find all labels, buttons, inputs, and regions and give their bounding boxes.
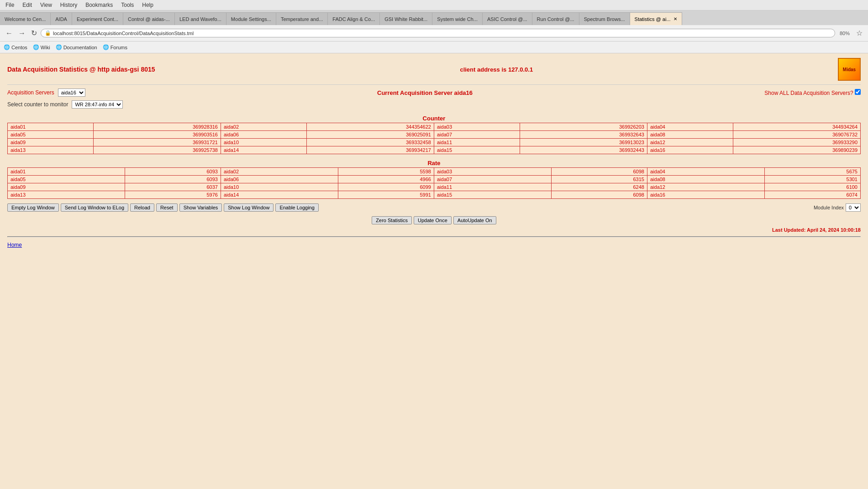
cell-label[interactable]: aida01 xyxy=(8,168,125,176)
show-variables-button[interactable]: Show Variables xyxy=(179,203,222,212)
globe-icon-forums: 🌐 xyxy=(103,44,109,50)
zero-statistics-button[interactable]: Zero Statistics xyxy=(372,216,412,224)
tab-led[interactable]: LED and Wavefo... xyxy=(175,12,226,25)
cell-label[interactable]: aida10 xyxy=(221,139,306,146)
menu-bar: File Edit View History Bookmarks Tools H… xyxy=(0,0,868,10)
cell-label[interactable]: aida14 xyxy=(221,191,338,199)
show-all-servers[interactable]: Show ALL Data Acquisition Servers? xyxy=(764,89,861,96)
bookmark-wiki[interactable]: 🌐 Wiki xyxy=(33,44,50,50)
tab-asic[interactable]: ASIC Control @... xyxy=(483,12,532,25)
tab-close-icon[interactable]: ✕ xyxy=(673,16,677,21)
cell-value: 5675 xyxy=(765,168,861,176)
update-once-button[interactable]: Update Once xyxy=(414,216,452,224)
cell-label[interactable]: aida07 xyxy=(434,131,520,139)
table-row: aida09 6037 aida10 6099 aida11 6248 aida… xyxy=(8,183,861,191)
cell-label[interactable]: aida03 xyxy=(434,123,520,131)
tab-statistics[interactable]: Statistics @ ai... ✕ xyxy=(630,12,682,25)
bookmark-documentation[interactable]: 🌐 Documentation xyxy=(56,44,97,50)
cell-label[interactable]: aida08 xyxy=(647,176,764,183)
cell-label[interactable]: aida04 xyxy=(647,123,733,131)
cell-value: 344934264 xyxy=(733,123,861,131)
tab-gsi[interactable]: GSI White Rabbit... xyxy=(380,12,432,25)
reload-button[interactable]: Reload xyxy=(130,203,154,212)
reset-button[interactable]: Reset xyxy=(156,203,178,212)
home-link[interactable]: Home xyxy=(7,242,861,248)
show-all-checkbox[interactable] xyxy=(855,89,861,95)
tab-module[interactable]: Module Settings... xyxy=(226,12,276,25)
cell-label[interactable]: aida16 xyxy=(647,146,733,154)
menu-history[interactable]: History xyxy=(57,1,81,9)
cell-label[interactable]: aida04 xyxy=(647,168,764,176)
menu-edit[interactable]: Edit xyxy=(19,1,36,9)
tab-bar: Welcome to Cen... AIDA Experiment Cont..… xyxy=(0,10,868,25)
counter-select[interactable]: WR 28:47-info #4 xyxy=(72,100,123,109)
globe-icon-docs: 🌐 xyxy=(56,44,62,50)
cell-label[interactable]: aida06 xyxy=(221,131,306,139)
tab-control[interactable]: Control @ aidas-... xyxy=(123,12,175,25)
cell-label[interactable]: aida14 xyxy=(221,146,306,154)
bookmark-forums[interactable]: 🌐 Forums xyxy=(103,44,127,50)
cell-label[interactable]: aida16 xyxy=(647,191,764,199)
client-address: client address is 127.0.0.1 xyxy=(460,66,533,73)
cell-label[interactable]: aida08 xyxy=(647,131,733,139)
cell-label[interactable]: aida11 xyxy=(434,139,520,146)
counter-section-title: Counter xyxy=(8,114,861,123)
forward-button[interactable]: → xyxy=(16,28,27,38)
cell-label[interactable]: aida09 xyxy=(8,139,94,146)
send-log-button[interactable]: Send Log Window to ELog xyxy=(61,203,128,212)
show-log-button[interactable]: Show Log Window xyxy=(224,203,274,212)
cell-label[interactable]: aida09 xyxy=(8,183,125,191)
cell-label[interactable]: aida12 xyxy=(647,139,733,146)
cell-label[interactable]: aida01 xyxy=(8,123,94,131)
table-row: aida13 5976 aida14 5991 aida15 6098 aida… xyxy=(8,191,861,199)
tab-welcome[interactable]: Welcome to Cen... xyxy=(0,12,51,25)
cell-label[interactable]: aida10 xyxy=(221,183,338,191)
server-select[interactable]: aida16 xyxy=(58,88,85,97)
cell-label[interactable]: aida03 xyxy=(434,168,551,176)
tab-spectrum[interactable]: Spectrum Brows... xyxy=(579,12,630,25)
cell-label[interactable]: aida13 xyxy=(8,191,125,199)
table-row: aida01 6093 aida02 5598 aida03 6098 aida… xyxy=(8,168,861,176)
cell-label[interactable]: aida15 xyxy=(434,191,551,199)
tab-run[interactable]: Run Control @... xyxy=(532,12,579,25)
cell-value: 6074 xyxy=(765,191,861,199)
tab-system[interactable]: System wide Ch... xyxy=(432,12,483,25)
tab-temperature[interactable]: Temperature and... xyxy=(276,12,328,25)
cell-value: 5991 xyxy=(338,191,434,199)
midas-logo: Midas xyxy=(838,58,861,81)
module-index-select[interactable]: 0 xyxy=(846,203,861,212)
tab-aida[interactable]: AIDA xyxy=(51,12,72,25)
auto-update-button[interactable]: AutoUpdate On xyxy=(453,216,496,224)
acquisition-servers-label: Acquisition Servers xyxy=(7,89,54,96)
tab-experiment[interactable]: Experiment Cont... xyxy=(72,12,123,25)
cell-label[interactable]: aida05 xyxy=(8,131,94,139)
cell-label[interactable]: aida13 xyxy=(8,146,94,154)
cell-label[interactable]: aida11 xyxy=(434,183,551,191)
back-button[interactable]: ← xyxy=(4,28,15,38)
acquisition-servers-row: Acquisition Servers aida16 xyxy=(7,88,85,97)
empty-log-button[interactable]: Empty Log Window xyxy=(7,203,59,212)
address-bar[interactable]: 🔒 localhost:8015/DataAcquisitionControl/… xyxy=(41,29,835,37)
page-title: Data Acquisition Statistics @ http aidas… xyxy=(7,66,155,73)
cell-value: 344354622 xyxy=(307,123,434,131)
cell-label[interactable]: aida02 xyxy=(221,123,306,131)
page-content: Data Acquisition Statistics @ http aidas… xyxy=(0,53,868,327)
cell-value: 6093 xyxy=(125,168,221,176)
table-row: aida05 6093 aida06 4966 aida07 6315 aida… xyxy=(8,176,861,183)
menu-tools[interactable]: Tools xyxy=(117,1,137,9)
menu-file[interactable]: File xyxy=(2,1,18,9)
reload-nav-button[interactable]: ↻ xyxy=(29,28,39,38)
tab-fadc[interactable]: FADC Align & Co... xyxy=(328,12,380,25)
cell-label[interactable]: aida07 xyxy=(434,176,551,183)
cell-label[interactable]: aida02 xyxy=(221,168,338,176)
cell-label[interactable]: aida05 xyxy=(8,176,125,183)
enable-logging-button[interactable]: Enable Logging xyxy=(275,203,318,212)
cell-label[interactable]: aida15 xyxy=(434,146,520,154)
bookmark-centos[interactable]: 🌐 Centos xyxy=(4,44,27,50)
star-button[interactable]: ☆ xyxy=(854,28,864,38)
menu-view[interactable]: View xyxy=(37,1,56,9)
cell-label[interactable]: aida12 xyxy=(647,183,764,191)
menu-help[interactable]: Help xyxy=(138,1,157,9)
menu-bookmarks[interactable]: Bookmarks xyxy=(82,1,116,9)
cell-label[interactable]: aida06 xyxy=(221,176,338,183)
